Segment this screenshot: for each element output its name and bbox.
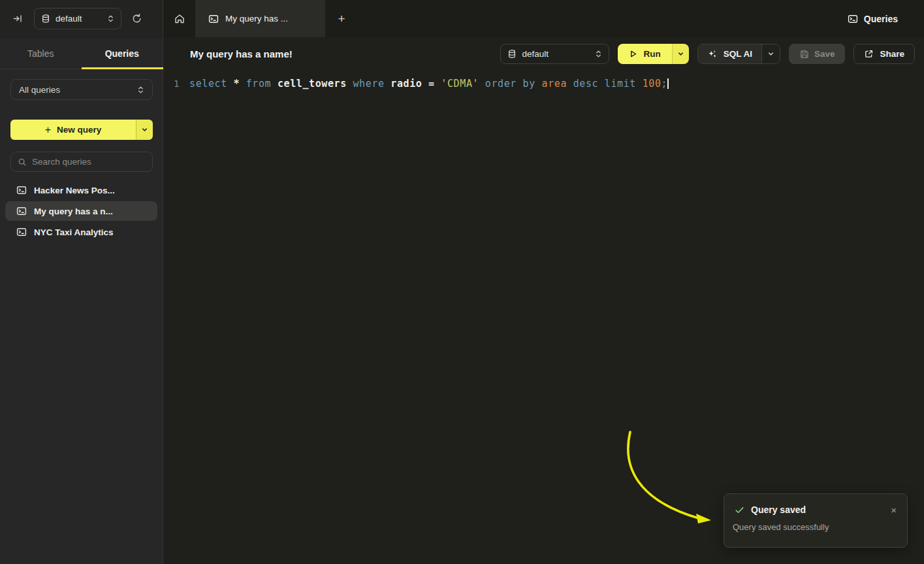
code-token: * <box>233 78 240 90</box>
home-tab-button[interactable] <box>164 0 195 37</box>
code-token: = <box>428 78 435 90</box>
collapse-sidebar-button[interactable] <box>7 8 29 30</box>
queries-indicator-label: Queries <box>864 14 898 24</box>
toast-message: Query saved successfully <box>724 515 907 532</box>
search-queries-input[interactable] <box>32 157 148 167</box>
query-list-item-nyc-taxi[interactable]: NYC Taxi Analytics <box>5 222 157 242</box>
code-token <box>479 78 485 90</box>
code-token <box>598 78 605 90</box>
run-button-label: Run <box>643 49 660 59</box>
plus-icon: + <box>45 124 51 136</box>
chevron-updown-icon <box>137 86 144 94</box>
code-line-1: 1 select * from cell_towers where radio … <box>164 76 924 91</box>
query-console-icon <box>16 185 27 195</box>
code-token <box>535 78 542 90</box>
share-button-label: Share <box>880 49 904 59</box>
saved-query-list: Hacker News Pos... My query has a n... N… <box>0 180 163 242</box>
sql-ai-button-label: SQL AI <box>724 49 752 59</box>
code-token <box>240 78 246 90</box>
code-token: select <box>189 78 227 90</box>
query-filter-select[interactable]: All queries <box>10 79 153 100</box>
sidebar-tab-queries[interactable]: Queries <box>82 38 163 69</box>
chevron-updown-icon <box>595 50 602 58</box>
toast-query-saved: Query saved × Query saved successfully <box>724 493 908 548</box>
code-token: cell_towers <box>278 78 347 90</box>
code-token: ; <box>661 78 668 90</box>
toolbar-database-value: default <box>522 49 590 59</box>
play-icon <box>629 50 637 58</box>
new-query-button[interactable]: + New query <box>10 120 136 140</box>
topbar-database-selector[interactable]: default <box>34 8 121 29</box>
tab-strip: My query has ... + <box>164 0 924 37</box>
active-tab-underline <box>82 67 163 69</box>
code-token: by <box>523 78 535 90</box>
new-tab-button[interactable]: + <box>325 0 358 37</box>
home-icon <box>174 13 185 25</box>
topbar-left-section: default <box>0 0 163 37</box>
new-query-dropdown-button[interactable] <box>136 120 153 140</box>
new-query-split-button: + New query <box>10 120 153 140</box>
page-title: My query has a name! <box>190 48 293 59</box>
query-filter-value: All queries <box>19 85 137 95</box>
query-console-icon <box>16 206 27 216</box>
sidebar: Tables Queries All queries + New query <box>0 38 163 564</box>
toast-close-button[interactable]: × <box>889 505 898 515</box>
code-token: where <box>353 78 384 90</box>
share-icon <box>864 49 874 59</box>
run-button[interactable]: Run <box>618 44 671 64</box>
chevron-down-icon <box>767 50 774 58</box>
code-line-tokens: select * from cell_towers where radio = … <box>189 76 667 91</box>
sql-ai-split-button: SQL AI <box>697 44 780 64</box>
queries-indicator[interactable]: Queries <box>848 0 898 37</box>
query-console-icon <box>848 14 858 24</box>
query-list-item-hacker-news[interactable]: Hacker News Pos... <box>5 180 157 200</box>
query-list-item-my-query[interactable]: My query has a n... <box>5 201 157 221</box>
sql-ai-options-button[interactable] <box>761 44 780 63</box>
code-token: limit <box>605 78 636 90</box>
code-token <box>385 78 391 90</box>
check-icon <box>735 505 744 515</box>
new-query-label: New query <box>57 125 101 135</box>
chevron-down-icon <box>141 126 148 133</box>
search-icon <box>18 158 27 167</box>
code-token <box>567 78 573 90</box>
sidebar-tabs: Tables Queries <box>0 38 163 69</box>
run-options-button[interactable] <box>672 44 689 64</box>
line-number: 1 <box>164 76 183 91</box>
sql-ai-button[interactable]: SQL AI <box>698 44 761 63</box>
chevron-updown-icon <box>107 14 114 23</box>
refresh-button[interactable] <box>125 8 148 30</box>
tab-my-query[interactable]: My query has ... <box>195 0 325 37</box>
code-token: 'CDMA' <box>441 78 479 90</box>
code-token <box>422 78 428 90</box>
save-button-label: Save <box>814 49 835 59</box>
code-token: area <box>542 78 567 90</box>
database-icon <box>41 14 50 24</box>
run-split-button: Run <box>618 44 688 64</box>
code-token: desc <box>573 78 599 90</box>
code-token: 100 <box>643 78 661 90</box>
toast-header: Query saved × <box>724 494 907 515</box>
topbar-database-value: default <box>56 14 102 24</box>
query-toolbar: default Run <box>500 44 915 64</box>
toast-title: Query saved <box>751 505 883 515</box>
query-search-box <box>10 152 153 172</box>
code-token <box>435 78 441 90</box>
query-console-icon <box>16 227 27 237</box>
code-token: from <box>246 78 272 90</box>
code-token <box>227 78 234 90</box>
sql-editor[interactable]: 1 select * from cell_towers where radio … <box>164 69 924 91</box>
text-cursor <box>667 78 669 89</box>
query-item-label: NYC Taxi Analytics <box>34 227 114 237</box>
save-icon <box>799 49 809 59</box>
collapse-sidebar-icon <box>12 13 24 24</box>
share-button[interactable]: Share <box>853 44 915 64</box>
sidebar-tab-tables[interactable]: Tables <box>0 38 82 69</box>
top-bar: default <box>0 0 924 37</box>
toolbar-database-selector[interactable]: default <box>500 44 609 64</box>
save-button[interactable]: Save <box>789 44 846 64</box>
database-icon <box>507 49 517 59</box>
code-token <box>636 78 643 90</box>
code-token: order <box>485 78 517 90</box>
chevron-down-icon <box>677 50 684 58</box>
